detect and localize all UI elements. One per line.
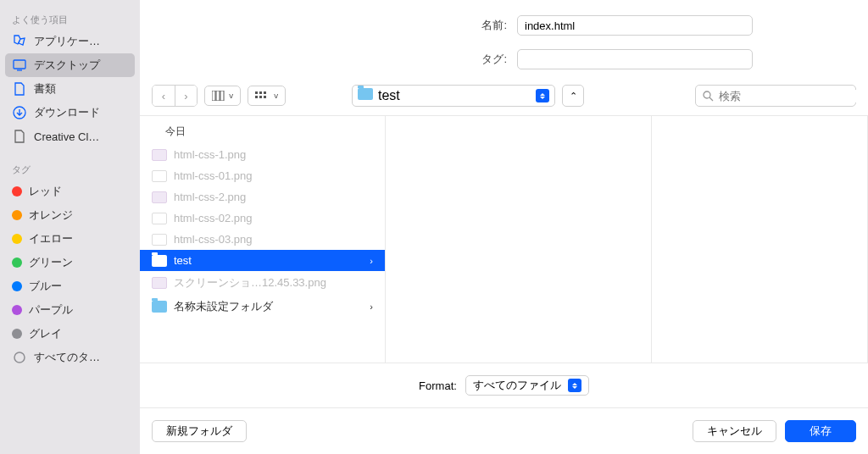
sidebar-item-label: アプリケー… [34,34,100,49]
sidebar-item-label: Creative Cl… [34,130,99,143]
search-box[interactable] [695,85,856,107]
sidebar-item-label: グリーン [29,255,73,270]
image-icon [152,191,167,203]
svg-rect-12 [264,96,266,98]
folder-icon [152,255,167,267]
cancel-button[interactable]: キャンセル [693,420,776,442]
format-label: Format: [419,379,457,392]
dropdown-caret-icon [536,89,549,102]
dropdown-caret-icon [568,379,581,392]
image-icon [152,213,167,224]
tag-label: タグ: [140,52,517,67]
sidebar-item-tag-0[interactable]: レッド [0,180,140,203]
svg-rect-7 [255,91,258,94]
view-grid-button[interactable]: ⅴ [248,86,286,106]
nav-back-button[interactable]: ‹ [153,86,175,106]
expand-button[interactable]: ⌃ [562,85,584,107]
svg-rect-6 [220,91,224,101]
sidebar-item-all-tags[interactable]: すべてのタ… [0,346,140,369]
file-row[interactable]: 名称未設定フォルダ› [140,295,385,318]
name-row: 名前: [140,8,868,42]
sidebar-item-fav-1[interactable]: デスクトップ [5,53,135,77]
sidebar-item-fav-3[interactable]: ダウンロード [0,101,140,125]
image-icon [152,234,167,246]
file-row[interactable]: html-css-02.png [140,208,385,229]
doc-icon [12,81,27,97]
column-header: 今日 [140,116,385,144]
file-row[interactable]: html-css-01.png [140,165,385,186]
chevron-right-icon: › [184,90,187,102]
file-name: html-css-2.png [174,191,246,203]
file-row[interactable]: html-css-1.png [140,144,385,165]
format-select[interactable]: すべてのファイル [465,375,589,396]
chevron-right-icon: › [370,302,373,312]
sidebar-item-tag-2[interactable]: イエロー [0,227,140,251]
sidebar-item-fav-4[interactable]: Creative Cl… [0,125,140,148]
sidebar-item-label: イエロー [29,231,73,246]
sidebar-item-tag-6[interactable]: グレイ [0,322,140,346]
footer: 新規フォルダ キャンセル 保存 [140,407,868,454]
sidebar-item-tag-1[interactable]: オレンジ [0,203,140,227]
sidebar-item-label: レッド [29,184,62,199]
svg-rect-10 [255,96,258,98]
sidebar-item-fav-2[interactable]: 書類 [0,77,140,101]
sidebar-item-tag-3[interactable]: グリーン [0,251,140,274]
sidebar-item-fav-0[interactable]: アプリケー… [0,30,140,53]
file-name: スクリーンショ…12.45.33.png [174,275,326,291]
sidebar-item-label: パープル [29,302,73,318]
image-icon [152,277,167,289]
nav-group: ‹ › [152,85,198,107]
file-row[interactable]: test› [140,250,385,271]
tag-row: タグ: [140,42,868,76]
columns-icon [212,91,225,101]
svg-rect-0 [14,60,25,69]
desktop-icon [12,58,27,73]
sidebar-item-label: デスクトップ [34,58,100,73]
file-row[interactable]: html-css-2.png [140,186,385,208]
tag-dot-icon [12,210,22,220]
sidebar-item-label: 書類 [34,81,56,97]
file-name: test [174,254,192,267]
tag-dot-icon [12,329,22,339]
save-button[interactable]: 保存 [785,420,856,442]
browser-column-3 [652,116,868,363]
main-panel: 名前: タグ: ‹ › ⅴ ⅴ test ⌃ [140,0,868,454]
file-name: 名称未設定フォルダ [174,299,273,314]
sidebar-item-label: ブルー [29,279,62,294]
new-folder-button[interactable]: 新規フォルダ [152,420,247,442]
sidebar-item-label: ダウンロード [34,105,100,120]
file-row[interactable]: html-css-03.png [140,229,385,250]
file-row[interactable]: スクリーンショ…12.45.33.png [140,271,385,295]
chevron-down-icon: ⅴ [229,91,233,100]
view-columns-button[interactable]: ⅴ [204,86,241,106]
search-icon [703,91,714,102]
sidebar-item-tag-5[interactable]: パープル [0,298,140,322]
svg-line-14 [709,97,713,101]
format-bar: Format: すべてのファイル [140,363,868,407]
svg-rect-4 [212,91,215,101]
image-icon [152,149,167,161]
sidebar-item-label: グレイ [29,326,62,341]
location-dropdown[interactable]: test [352,85,555,107]
sidebar-item-tag-4[interactable]: ブルー [0,274,140,298]
image-icon [152,170,167,182]
toolbar: ‹ › ⅴ ⅴ test ⌃ [140,76,868,116]
chevron-right-icon: › [370,256,373,266]
folder-icon [358,88,373,103]
grid-icon [255,91,270,100]
file-name: html-css-02.png [174,212,252,224]
name-label: 名前: [140,18,517,33]
nav-forward-button[interactable]: › [175,86,197,106]
sidebar: よく使う項目 アプリケー…デスクトップ書類ダウンロードCreative Cl… … [0,0,140,454]
svg-point-3 [14,352,25,363]
tag-field[interactable] [517,49,753,69]
sidebar-item-label: オレンジ [29,208,73,223]
format-value: すべてのファイル [473,378,561,393]
svg-rect-5 [216,91,220,101]
file-icon [12,129,27,144]
browser-column-2 [386,116,652,363]
tag-dot-icon [12,186,22,197]
file-browser: 今日 html-css-1.pnghtml-css-01.pnghtml-css… [140,116,868,363]
name-field[interactable] [517,15,753,36]
search-input[interactable] [719,90,861,102]
